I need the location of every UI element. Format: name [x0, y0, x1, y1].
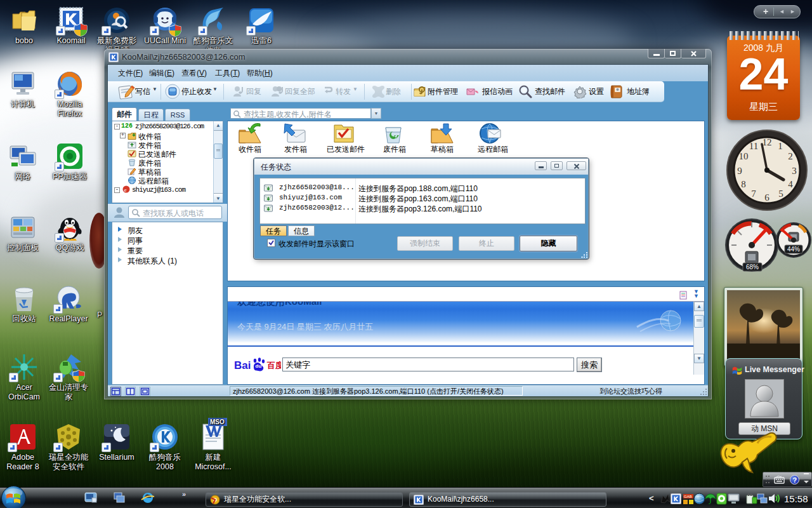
svg-text:7: 7: [751, 189, 756, 199]
svg-text:GAB: GAB: [684, 495, 692, 498]
svg-text:3: 3: [792, 166, 797, 176]
svg-text:10: 10: [739, 151, 749, 161]
svg-text:9: 9: [737, 166, 742, 176]
svg-text:12: 12: [763, 137, 772, 147]
svg-text:11: 11: [749, 141, 758, 151]
svg-text:6: 6: [764, 192, 769, 203]
svg-text:MSO: MSO: [210, 418, 225, 425]
svg-text:1: 1: [778, 141, 783, 151]
svg-text:44%: 44%: [787, 246, 800, 253]
svg-text:68%: 68%: [746, 264, 759, 271]
svg-text:百度: 百度: [266, 361, 281, 370]
svg-text:5: 5: [778, 189, 783, 199]
svg-text:2: 2: [788, 151, 793, 161]
svg-text:e: e: [124, 187, 127, 193]
svg-text:du: du: [256, 363, 262, 369]
svg-text:Bai: Bai: [234, 359, 251, 371]
svg-text:8: 8: [741, 179, 746, 189]
svg-text:4: 4: [788, 179, 793, 189]
